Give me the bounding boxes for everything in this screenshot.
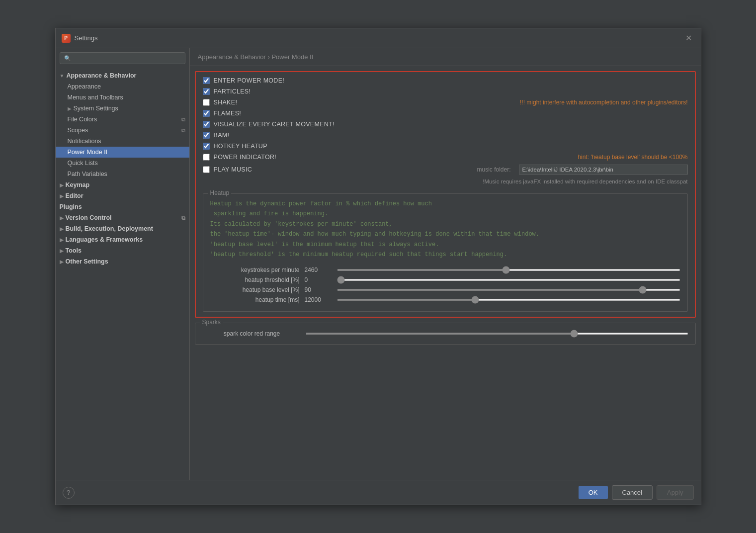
content-area: ENTER POWER MODE! PARTICLES! SHAKE! !!! … (190, 66, 701, 480)
chevron-right-icon: ▶ (60, 248, 64, 254)
sparks-section: Sparks spark color red range (195, 323, 696, 345)
checkbox-hotkey-heatup[interactable] (203, 143, 210, 150)
breadcrumb: Appearance & Behavior › Power Mode II (190, 48, 701, 66)
music-folder-label: music folder: (477, 166, 510, 173)
sidebar-item-keymap[interactable]: ▶ Keymap (56, 179, 189, 190)
chevron-right-icon: ▶ (60, 215, 64, 221)
sidebar-item-notifications[interactable]: Notifications (56, 136, 189, 147)
checkbox-bam[interactable] (203, 132, 210, 139)
sidebar-item-version-control[interactable]: ▶ Version Control ⧉ (56, 212, 189, 223)
search-box[interactable]: 🔍 (60, 52, 185, 64)
spark-row: spark color red range (202, 330, 688, 337)
sidebar-item-plugins[interactable]: Plugins (56, 201, 189, 212)
slider-heatup-time[interactable] (337, 299, 680, 301)
checkbox-row-power-indicator: POWER INDICATOR! hint: 'heatup base leve… (203, 154, 688, 161)
settings-dialog: P Settings ✕ 🔍 ▼ Appearance & Behavior A… (55, 28, 701, 505)
chevron-down-icon: ▼ (60, 73, 65, 79)
checkbox-flames[interactable] (203, 110, 210, 117)
title-area: P Settings (62, 34, 98, 43)
heatup-legend: Heatup (208, 189, 232, 196)
cancel-button[interactable]: Cancel (612, 485, 653, 500)
dialog-footer: ? OK Cancel Apply (56, 480, 701, 505)
checkbox-row-particles: PARTICLES! (203, 88, 688, 95)
slider-keystrokes[interactable] (337, 269, 680, 271)
shake-hint: !!! might interfere with autocompletion … (520, 99, 688, 106)
heatup-section: Heatup Heatup is the dynamic power facto… (203, 193, 688, 312)
chevron-right-icon: ▶ (60, 182, 64, 188)
ok-button[interactable]: OK (579, 486, 608, 499)
slider-value-keystrokes: 2460 (305, 266, 332, 273)
copy-icon: ⧉ (181, 127, 185, 134)
spark-color-red-range-label: spark color red range (202, 330, 302, 337)
chevron-right-icon: ▶ (60, 193, 64, 199)
chevron-right-icon: ▶ (60, 259, 64, 265)
chevron-right-icon: ▶ (68, 106, 72, 111)
sidebar-item-appearance-behavior[interactable]: ▼ Appearance & Behavior (56, 70, 189, 81)
checkbox-row-hotkey-heatup: HOTKEY HEATUP (203, 143, 688, 150)
checkbox-label-bam: BAM! (214, 132, 230, 139)
checkbox-row-shake: SHAKE! !!! might interfere with autocomp… (203, 99, 688, 106)
checkbox-particles[interactable] (203, 88, 210, 95)
copy-icon: ⧉ (181, 116, 185, 123)
sidebar-item-quick-lists[interactable]: Quick Lists (56, 158, 189, 169)
sidebar-item-system-settings[interactable]: ▶ System Settings (56, 103, 189, 114)
slider-row-keystrokes: keystrokes per minute 2460 (210, 266, 680, 273)
sidebar-item-languages-frameworks[interactable]: ▶ Languages & Frameworks (56, 234, 189, 245)
sidebar-item-scopes[interactable]: Scopes ⧉ (56, 125, 189, 136)
nav-tree: ▼ Appearance & Behavior Appearance Menus… (56, 68, 189, 269)
checkbox-power-indicator[interactable] (203, 154, 210, 161)
slider-row-heatup-time: heatup time [ms] 12000 (210, 296, 680, 303)
slider-value-heatup-base: 90 (305, 286, 332, 293)
checkbox-label-enter-power-mode: ENTER POWER MODE! (214, 77, 285, 84)
sidebar-item-other-settings[interactable]: ▶ Other Settings (56, 256, 189, 267)
slider-heatup-threshold[interactable] (337, 279, 680, 281)
checkbox-shake[interactable] (203, 99, 210, 106)
checkbox-play-music[interactable] (203, 166, 210, 173)
sidebar-item-power-mode-ii[interactable]: Power Mode II (56, 147, 189, 158)
breadcrumb-current: Power Mode II (271, 53, 313, 61)
sidebar-item-editor[interactable]: ▶ Editor (56, 190, 189, 201)
music-folder-input[interactable] (519, 165, 688, 175)
app-icon: P (62, 34, 71, 43)
slider-value-heatup-time: 12000 (305, 296, 332, 303)
sidebar-item-build-execution[interactable]: ▶ Build, Execution, Deployment (56, 223, 189, 234)
slider-label-heatup-threshold: heatup threshold [%] (210, 276, 300, 283)
breadcrumb-parent: Appearance & Behavior (198, 53, 266, 61)
sidebar-item-menus-toolbars[interactable]: Menus and Toolbars (56, 92, 189, 103)
search-icon: 🔍 (64, 55, 71, 62)
sparks-legend: Sparks (200, 319, 223, 326)
slider-value-heatup-threshold: 0 (305, 276, 332, 283)
sliders-container: keystrokes per minute 2460 heatup thresh… (210, 266, 680, 303)
checkbox-enter-power-mode[interactable] (203, 77, 210, 84)
close-button[interactable]: ✕ (682, 32, 695, 44)
copy-icon: ⧉ (181, 215, 185, 221)
slider-label-heatup-time: heatup time [ms] (210, 296, 300, 303)
slider-row-heatup-threshold: heatup threshold [%] 0 (210, 276, 680, 283)
sidebar-item-tools[interactable]: ▶ Tools (56, 245, 189, 256)
titlebar: P Settings ✕ (56, 28, 701, 48)
slider-label-keystrokes: keystrokes per minute (210, 266, 300, 273)
checkbox-visualize-caret[interactable] (203, 121, 210, 128)
sidebar-item-file-colors[interactable]: File Colors ⧉ (56, 114, 189, 125)
slider-row-heatup-base: heatup base level [%] 90 (210, 286, 680, 293)
music-note: !Music requires javaFX installed with re… (483, 178, 687, 184)
checkbox-label-visualize-caret: VISUALIZE EVERY CARET MOVEMENT! (214, 121, 335, 128)
slider-heatup-base[interactable] (337, 289, 680, 291)
checkbox-label-hotkey-heatup: HOTKEY HEATUP (214, 143, 267, 150)
sidebar: 🔍 ▼ Appearance & Behavior Appearance Men… (56, 48, 190, 480)
checkbox-row-flames: FLAMES! (203, 110, 688, 117)
music-note-row: !Music requires javaFX installed with re… (203, 178, 688, 184)
chevron-right-icon: ▶ (60, 226, 64, 232)
apply-button[interactable]: Apply (657, 485, 694, 500)
power-mode-panel: ENTER POWER MODE! PARTICLES! SHAKE! !!! … (195, 71, 696, 318)
checkbox-row-visualize-caret: VISUALIZE EVERY CARET MOVEMENT! (203, 121, 688, 128)
checkbox-label-play-music: PLAY MUSIC (214, 166, 252, 173)
help-button[interactable]: ? (63, 487, 75, 499)
sidebar-item-path-variables[interactable]: Path Variables (56, 169, 189, 179)
heatup-description: Heatup is the dynamic power factor in % … (210, 199, 680, 260)
checkbox-row-play-music: PLAY MUSIC music folder: (203, 165, 688, 175)
sidebar-item-appearance[interactable]: Appearance (56, 81, 189, 92)
search-input[interactable] (74, 55, 181, 62)
spark-color-red-range-slider[interactable] (306, 333, 688, 335)
footer-left: ? (63, 487, 75, 499)
